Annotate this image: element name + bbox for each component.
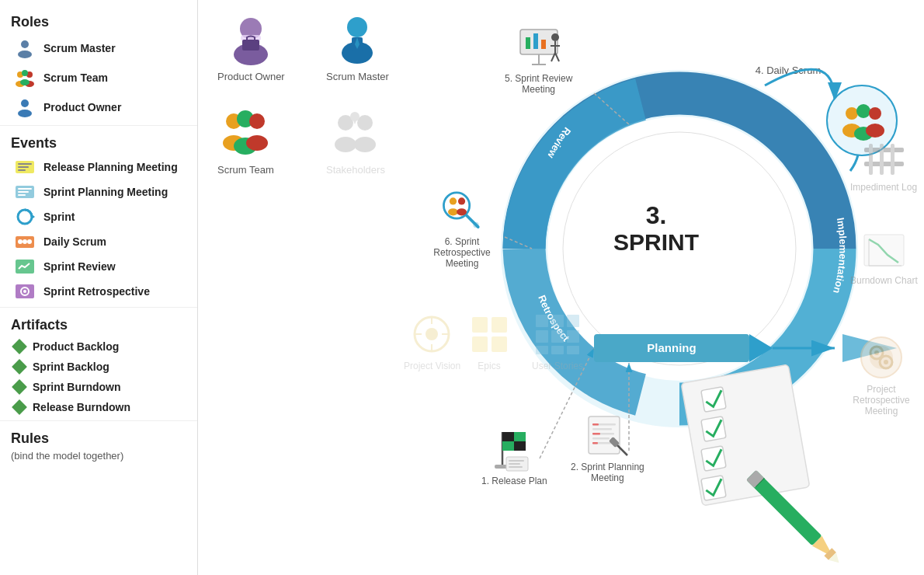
svg-rect-118: [509, 460, 524, 462]
sprint-retro-event: 6. Sprint RetrospectiveMeeting: [423, 186, 501, 269]
svg-rect-134: [869, 144, 873, 175]
product-owner-label: Product Owner: [43, 101, 121, 113]
svg-point-4: [22, 70, 28, 76]
svg-point-8: [21, 99, 29, 107]
sprint-review-icon: [14, 258, 36, 275]
svg-rect-14: [18, 169, 26, 171]
sidebar-item-product-backlog[interactable]: Product Backlog: [0, 336, 197, 357]
sidebar-item-sprint-retrospective[interactable]: Sprint Retrospective: [0, 279, 197, 304]
scrum-team-icon: [14, 67, 36, 89]
svg-rect-76: [541, 40, 546, 49]
person-card-po: Product Owner: [217, 12, 285, 82]
svg-rect-107: [536, 346, 548, 354]
svg-rect-16: [18, 188, 32, 190]
svg-point-144: [874, 350, 879, 355]
sprint-number: 3.: [613, 202, 699, 229]
svg-rect-101: [536, 315, 548, 327]
svg-point-87: [458, 197, 465, 204]
sprint-retro-event-label: 6. Sprint RetrospectiveMeeting: [423, 236, 501, 269]
svg-rect-121: [589, 416, 620, 454]
svg-rect-10: [21, 107, 29, 110]
svg-point-24: [27, 239, 32, 244]
svg-point-72: [866, 124, 884, 138]
sidebar-item-release-planning[interactable]: Release Planning Meeting: [0, 155, 197, 179]
svg-point-7: [20, 79, 30, 85]
svg-point-88: [448, 208, 458, 215]
person-card-sh: Stakeholders: [326, 105, 385, 176]
sh-icon: [328, 105, 383, 159]
project-vision-artifact: Project Vision: [404, 311, 460, 371]
sidebar-item-sprint[interactable]: Sprint: [0, 204, 197, 229]
svg-rect-109: [567, 346, 579, 354]
svg-rect-18: [18, 194, 26, 196]
person-card-st: Scrum Team: [217, 105, 274, 176]
svg-rect-136: [891, 144, 894, 175]
svg-rect-50: [242, 40, 259, 51]
svg-line-44: [505, 237, 532, 249]
scrum-team-label: Scrum Team: [43, 71, 108, 84]
svg-marker-20: [32, 214, 35, 219]
svg-text:Implementation: Implementation: [831, 217, 849, 295]
sprint-planning-event-label: 2. Sprint PlanningMeeting: [571, 462, 644, 483]
product-backlog-diamond: [12, 339, 27, 354]
sm-icon: [330, 12, 384, 66]
sprint-planning-icon: [14, 183, 36, 200]
svg-line-43: [594, 93, 629, 124]
svg-point-96: [426, 328, 438, 340]
sidebar-item-release-burndown[interactable]: Release Burndown: [0, 397, 197, 417]
sidebar-item-product-owner[interactable]: Product Owner: [0, 92, 197, 122]
svg-rect-128: [592, 433, 600, 435]
roles-title: Roles: [0, 8, 197, 33]
sidebar-item-sprint-burndown[interactable]: Sprint Burndown: [0, 377, 197, 397]
svg-rect-105: [551, 330, 564, 343]
svg-point-57: [249, 113, 265, 129]
svg-rect-100: [492, 336, 507, 352]
project-vision-label: Project Vision: [404, 361, 460, 371]
sidebar-item-daily-scrum[interactable]: Daily Scrum: [0, 229, 197, 254]
svg-rect-114: [502, 441, 514, 451]
daily-scrum-label: Daily Scrum: [43, 235, 106, 248]
product-backlog-label: Product Backlog: [33, 340, 119, 353]
po-label: Product Owner: [217, 71, 285, 82]
scrum-master-icon: [14, 37, 36, 59]
svg-point-69: [869, 107, 881, 120]
rules-subtitle: (bind the model together): [0, 450, 197, 468]
svg-point-68: [856, 104, 870, 118]
svg-rect-120: [509, 466, 523, 468]
sidebar-item-scrum-team[interactable]: Scrum Team: [0, 63, 197, 92]
sprint-review-event-icon: [516, 23, 562, 70]
scrum-master-label: Scrum Master: [43, 42, 116, 54]
sprint-center: 3. SPRINT: [613, 202, 699, 255]
sm-label: Scrum Master: [326, 71, 389, 82]
svg-point-22: [18, 239, 23, 244]
sidebar-item-sprint-review[interactable]: Sprint Review: [0, 254, 197, 279]
sh-label: Stakeholders: [326, 164, 385, 176]
svg-rect-135: [880, 144, 884, 175]
svg-point-51: [347, 17, 367, 37]
sidebar-item-sprint-planning[interactable]: Sprint Planning Meeting: [0, 179, 197, 204]
sidebar-item-sprint-backlog[interactable]: Sprint Backlog: [0, 357, 197, 377]
svg-rect-125: [592, 437, 610, 440]
svg-point-86: [450, 197, 457, 204]
user-stories-label: User Stories: [532, 361, 583, 371]
epics-icon: [466, 311, 512, 357]
rules-title: Rules: [0, 424, 197, 450]
svg-point-64: [354, 137, 376, 152]
svg-rect-75: [533, 33, 538, 49]
sprint-retro-event-icon: [439, 186, 485, 233]
burndown-chart-label: Burndown Chart: [850, 275, 918, 286]
sprint-review-label: Sprint Review: [43, 260, 116, 273]
sprint-icon: [14, 208, 36, 225]
sprint-retro-icon: [14, 283, 36, 300]
svg-rect-119: [509, 463, 520, 465]
project-vision-icon: [409, 311, 456, 357]
svg-point-62: [357, 115, 373, 131]
svg-text:Review: Review: [545, 125, 574, 161]
po-icon: [224, 12, 278, 66]
checklist-illustration: [668, 357, 924, 575]
release-planning-label: Release Planning Meeting: [43, 161, 178, 173]
svg-rect-115: [514, 441, 526, 451]
sidebar-item-scrum-master[interactable]: Scrum Master: [0, 33, 197, 63]
user-stories-icon: [534, 311, 581, 357]
sprint-backlog-label: Sprint Backlog: [33, 361, 109, 373]
